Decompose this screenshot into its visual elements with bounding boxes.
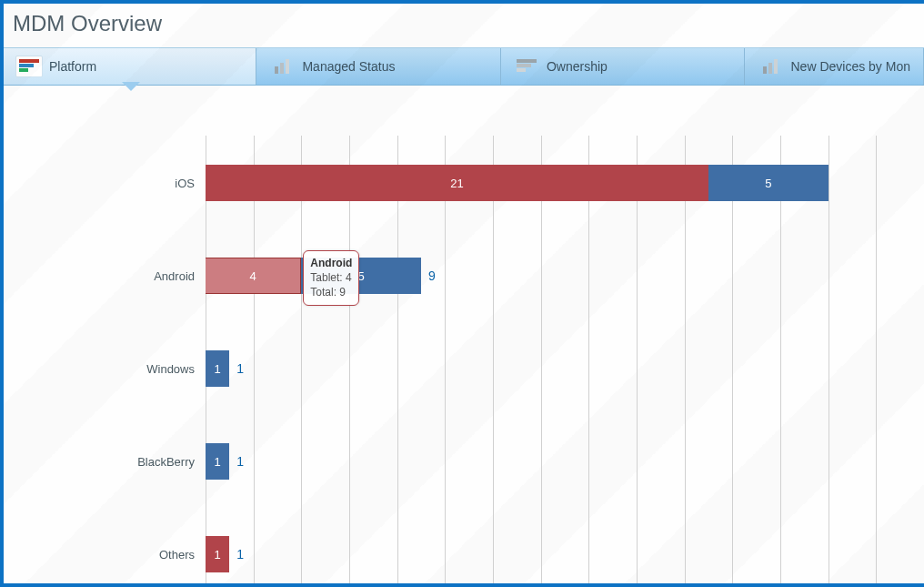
bar-segment[interactable]: 4	[206, 258, 301, 294]
bar-row: 1	[206, 443, 924, 480]
svg-rect-9	[763, 66, 767, 74]
tab-icon	[16, 57, 42, 76]
svg-rect-4	[280, 63, 284, 74]
svg-rect-7	[517, 64, 531, 67]
tab-label: Platform	[49, 59, 96, 74]
y-axis-label: Windows	[146, 362, 195, 376]
tooltip-line: Tablet: 4	[310, 270, 352, 285]
page-title: MDM Overview	[4, 4, 924, 47]
svg-rect-8	[517, 68, 526, 72]
tab-label: New Devices by Mon	[790, 59, 910, 74]
bar-total-label: 9	[428, 268, 436, 283]
bar-row: 1	[206, 350, 924, 387]
bar-row: 1	[206, 536, 924, 572]
tooltip-title: Android	[310, 256, 352, 270]
y-axis-label: Others	[159, 548, 195, 562]
svg-rect-5	[286, 59, 289, 74]
bar-segment[interactable]: 1	[206, 350, 229, 387]
svg-rect-1	[19, 64, 34, 67]
svg-rect-6	[517, 59, 537, 63]
y-axis-label: iOS	[175, 177, 195, 190]
bar-total-label: 1	[236, 547, 244, 562]
svg-rect-11	[774, 59, 778, 74]
tab-new-devices-by-mon[interactable]: New Devices by Mon	[745, 48, 924, 85]
chart-tooltip: AndroidTablet: 4Total: 9	[303, 250, 359, 306]
tab-managed-status[interactable]: Managed Status	[256, 48, 501, 85]
tab-bar: Platform Managed Status Ownership New De…	[4, 47, 924, 86]
tab-icon	[758, 57, 783, 76]
bar-total-label: 1	[236, 454, 244, 469]
bar-segment[interactable]: 5	[708, 165, 829, 201]
svg-rect-10	[768, 63, 772, 74]
svg-rect-3	[275, 66, 278, 74]
bar-segment[interactable]: 1	[206, 536, 229, 572]
chart: iOSAndroidWindowsBlackBerryOthers 215459…	[9, 90, 924, 583]
tab-ownership[interactable]: Ownership	[501, 48, 746, 85]
y-axis-label: Android	[154, 269, 195, 283]
tab-icon	[514, 57, 539, 76]
bar-segment[interactable]: 1	[206, 443, 229, 480]
tab-platform[interactable]: Platform	[4, 48, 256, 85]
tab-icon	[269, 57, 295, 76]
bar-segment[interactable]: 21	[206, 165, 708, 201]
tooltip-line: Total: 9	[310, 285, 352, 299]
tab-label: Ownership	[547, 59, 608, 74]
tab-label: Managed Status	[302, 59, 395, 74]
y-axis-label: BlackBerry	[137, 455, 195, 469]
bar-total-label: 1	[236, 361, 244, 376]
svg-rect-0	[19, 59, 39, 63]
bar-row: 215	[206, 165, 924, 201]
svg-rect-2	[19, 68, 28, 72]
